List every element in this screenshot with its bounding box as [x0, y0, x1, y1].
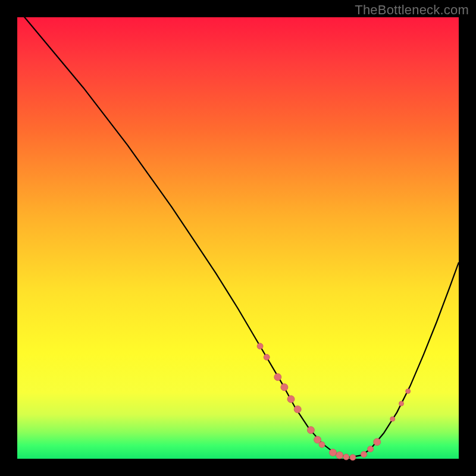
chart-marker [274, 374, 281, 381]
chart-marker [294, 406, 301, 413]
bottleneck-curve [17, 8, 459, 458]
chart-markers-group [257, 343, 411, 461]
chart-marker [281, 384, 288, 391]
chart-marker [374, 439, 381, 446]
chart-marker [361, 452, 367, 458]
chart-marker [399, 401, 404, 406]
chart-marker [343, 454, 349, 460]
chart-marker [336, 452, 343, 459]
chart-marker [319, 441, 325, 447]
chart-marker [287, 396, 295, 403]
chart-marker [307, 427, 314, 434]
watermark-text: TheBottleneck.com [355, 2, 469, 18]
chart-marker [406, 389, 411, 394]
chart-marker [264, 354, 270, 360]
chart-marker [368, 446, 374, 452]
chart-marker [257, 343, 263, 349]
chart-marker [390, 416, 395, 421]
bottleneck-chart [17, 17, 459, 459]
chart-marker [350, 455, 356, 461]
chart-marker [330, 449, 337, 456]
